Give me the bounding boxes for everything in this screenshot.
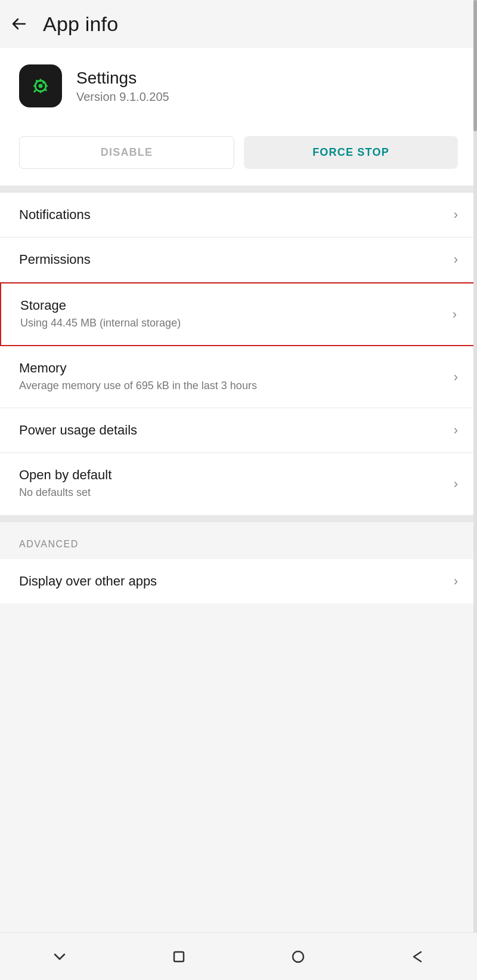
svg-rect-4 (33, 85, 36, 87)
svg-rect-10 (174, 952, 184, 961)
advanced-label: ADVANCED (19, 539, 79, 549)
chevron-right-icon: › (454, 207, 458, 223)
menu-item-open-by-default[interactable]: Open by default No defaults set › (0, 453, 477, 514)
menu-item-memory[interactable]: Memory Average memory use of 695 kB in t… (0, 346, 477, 408)
force-stop-button[interactable]: FORCE STOP (244, 136, 458, 169)
memory-title: Memory (19, 360, 257, 376)
storage-subtitle: Using 44.45 MB (internal storage) (20, 316, 181, 331)
svg-point-1 (39, 84, 43, 88)
action-buttons-row: DISABLE FORCE STOP (0, 124, 477, 186)
nav-recents-button[interactable] (155, 939, 203, 975)
open-by-default-title: Open by default (19, 467, 111, 483)
permissions-title: Permissions (19, 252, 91, 267)
app-icon (19, 64, 62, 107)
app-details: Settings Version 9.1.0.205 (76, 69, 169, 104)
nav-dropdown-button[interactable] (36, 939, 83, 975)
svg-rect-2 (40, 79, 42, 82)
open-by-default-subtitle: No defaults set (19, 485, 111, 500)
chevron-right-icon: › (454, 574, 458, 589)
back-button[interactable] (10, 14, 29, 33)
app-info-section: Settings Version 9.1.0.205 (0, 48, 477, 124)
app-name: Settings (76, 69, 169, 88)
memory-subtitle: Average memory use of 695 kB in the last… (19, 378, 257, 393)
storage-title: Storage (20, 298, 181, 313)
svg-point-11 (293, 951, 303, 962)
notifications-title: Notifications (19, 207, 91, 223)
power-usage-title: Power usage details (19, 423, 137, 438)
advanced-menu: Display over other apps › (0, 559, 477, 603)
menu-item-notifications[interactable]: Notifications › (0, 193, 477, 238)
app-version: Version 9.1.0.205 (76, 90, 169, 104)
menu-item-permissions[interactable]: Permissions › (0, 238, 477, 282)
section-divider-advanced (0, 515, 477, 522)
menu-item-power-usage[interactable]: Power usage details › (0, 408, 477, 453)
menu-list: Notifications › Permissions › Storage Us… (0, 193, 477, 515)
svg-rect-5 (45, 85, 48, 87)
disable-button[interactable]: DISABLE (19, 136, 234, 169)
display-over-apps-title: Display over other apps (19, 574, 157, 589)
chevron-right-icon: › (453, 307, 457, 322)
menu-item-storage[interactable]: Storage Using 44.45 MB (internal storage… (0, 282, 477, 346)
navigation-bar (0, 932, 477, 980)
chevron-right-icon: › (454, 423, 458, 438)
app-info-header: App info (0, 0, 477, 48)
chevron-right-icon: › (454, 476, 458, 492)
svg-rect-3 (40, 90, 42, 93)
advanced-section-header: ADVANCED (0, 522, 477, 559)
chevron-right-icon: › (454, 252, 458, 267)
chevron-right-icon: › (454, 369, 458, 385)
menu-item-display-over-other-apps[interactable]: Display over other apps › (0, 559, 477, 603)
scrollbar-thumb[interactable] (473, 0, 477, 131)
scrollbar[interactable] (473, 0, 477, 980)
section-divider-top (0, 186, 477, 193)
nav-home-button[interactable] (274, 939, 322, 975)
nav-back-button[interactable] (394, 939, 441, 975)
page-title: App info (43, 13, 118, 36)
